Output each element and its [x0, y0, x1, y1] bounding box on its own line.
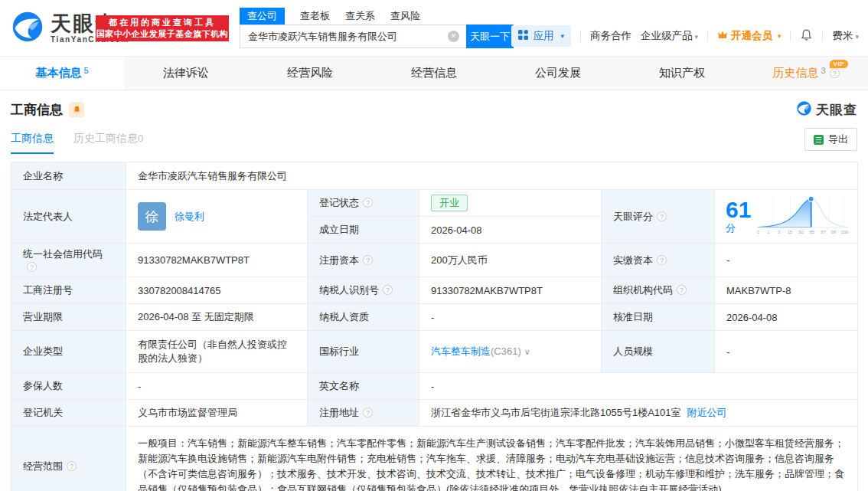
staff-size-value: -	[715, 331, 858, 373]
help-icon[interactable]	[363, 255, 373, 265]
help-icon[interactable]	[27, 262, 37, 272]
business-scope-value: 一般项目：汽车销售；新能源汽车整车销售；汽车零配件零售；新能源汽车生产测试设备销…	[126, 427, 858, 491]
english-name-value: -	[419, 373, 858, 400]
vip-badge: VIP	[830, 60, 848, 68]
tab-legal-proceedings[interactable]: 法律诉讼	[124, 57, 248, 90]
tab-count: 5	[83, 66, 88, 75]
reg-number-label: 工商注册号	[11, 277, 126, 304]
clear-icon[interactable]	[448, 31, 459, 42]
registry-value: 义乌市市场监督管理局	[126, 400, 308, 427]
search-tab-company[interactable]: 查公司	[240, 8, 285, 25]
svg-text:1: 1	[768, 230, 770, 234]
excel-icon	[814, 135, 824, 145]
open-vip[interactable]: 开通会员	[717, 29, 782, 43]
company-name-label: 企业名称	[11, 162, 126, 190]
establish-date-label: 成立日期	[308, 217, 419, 244]
business-term-value: 2026-04-08 至 无固定期限	[126, 304, 308, 331]
subtab-business-info[interactable]: 工商信息	[11, 132, 54, 154]
crown-icon	[717, 30, 728, 42]
legal-rep-link[interactable]: 徐曼利	[175, 210, 204, 224]
english-name-label: 英文名称	[308, 373, 419, 400]
reg-number-value: 330782008414765	[126, 277, 308, 304]
search-tab-boss[interactable]: 查老板	[300, 9, 330, 23]
vip-label: 开通会员	[731, 29, 772, 43]
legal-rep-label: 法定代表人	[11, 190, 126, 244]
tab-history-info[interactable]: VIP 历史信息 3	[744, 57, 868, 90]
divider	[822, 31, 823, 41]
monitor-bell-icon[interactable]	[69, 102, 84, 117]
address-label: 注册地址	[308, 400, 419, 427]
establish-date-value: 2026-04-08	[419, 217, 602, 244]
watermark-text: 天眼查	[816, 101, 857, 119]
nav-cooperation[interactable]: 商务合作	[590, 29, 631, 43]
search-tab-relation[interactable]: 查关系	[345, 9, 375, 23]
svg-text:50: 50	[798, 230, 803, 234]
content-area: 工商信息 天眼查 工商信息	[0, 100, 868, 491]
tab-basic-info[interactable]: 基本信息 5	[0, 57, 124, 90]
tab-operating-risk[interactable]: 经营风险	[248, 57, 372, 90]
org-code-value: MAKB7WTP-8	[715, 277, 858, 304]
slogan-line2: 国家中小企业发展子基金旗下机构	[96, 28, 229, 40]
apps-label: 应用	[533, 29, 553, 43]
score-label: 天眼评分	[602, 190, 715, 244]
avatar[interactable]: 徐	[138, 202, 166, 231]
notification-bell-icon[interactable]	[800, 28, 813, 44]
score-value: 61	[726, 197, 751, 222]
main-tab-bar: 基本信息 5 法律诉讼 经营风险 经营信息 公司发展 知识产权 VIP 历史信息…	[0, 57, 868, 90]
search-input[interactable]	[240, 25, 466, 48]
company-name-value: 金华市凌跃汽车销售服务有限公司	[126, 162, 858, 190]
reg-capital-value: 200万人民币	[419, 244, 602, 277]
tab-intellectual-property[interactable]: 知识产权	[620, 57, 744, 90]
company-type-value: 有限责任公司（非自然人投资或控股的法人独资）	[126, 331, 308, 373]
insured-label: 参保人数	[11, 373, 126, 400]
help-icon[interactable]	[657, 255, 667, 265]
svg-text:0: 0	[757, 230, 759, 234]
status-badge: 开业	[431, 195, 468, 211]
org-code-label: 组织机构代码	[602, 277, 715, 304]
tianyancha-wave-icon	[11, 10, 44, 46]
paid-capital-label: 实缴资本	[602, 244, 715, 277]
slogan-line1: 都在用的商业查询工具	[96, 17, 229, 28]
registry-label: 登记机关	[11, 400, 126, 427]
divider	[707, 31, 708, 41]
svg-text:85: 85	[810, 230, 814, 234]
help-icon[interactable]	[67, 461, 77, 471]
slogan-banner: 都在用的商业查询工具 国家中小企业发展子基金旗下机构	[96, 15, 229, 41]
help-icon[interactable]	[383, 285, 393, 295]
section-title: 工商信息	[11, 101, 63, 119]
header-nav: 应用 商务合作 企业级产品 开通会员 费米	[511, 25, 859, 47]
user-menu[interactable]: 费米	[832, 29, 859, 43]
help-icon[interactable]	[363, 408, 373, 417]
nav-enterprise[interactable]: 企业级产品	[641, 29, 698, 43]
industry-link[interactable]: 汽车整车制造	[431, 345, 491, 357]
help-icon[interactable]	[677, 285, 687, 295]
score-cell: 61分	[715, 190, 858, 244]
tab-company-development[interactable]: 公司发展	[496, 57, 620, 90]
credit-code-label: 统一社会信用代码	[11, 244, 126, 277]
svg-text:100: 100	[840, 230, 848, 234]
search-button[interactable]: 天眼一下	[466, 25, 514, 48]
nearby-companies-link[interactable]: 附近公司	[687, 407, 727, 418]
score-unit: 分	[726, 222, 736, 234]
help-icon[interactable]	[363, 198, 373, 208]
chevron-down-icon[interactable]: ∨	[524, 347, 530, 356]
svg-text:15: 15	[788, 230, 792, 234]
help-icon[interactable]	[830, 68, 840, 78]
industry-cell: 汽车整车制造(C361)∨	[419, 331, 602, 373]
legal-rep-cell: 徐 徐曼利	[126, 190, 308, 244]
export-button[interactable]: 导出	[804, 128, 857, 151]
company-type-label: 企业类型	[11, 331, 126, 373]
help-icon[interactable]	[657, 211, 667, 221]
apps-menu[interactable]: 应用	[511, 25, 571, 47]
address-value: 浙江省金华市义乌市后宅街道宗泽北路1055号1楼A101室	[431, 407, 681, 418]
business-term-label: 营业期限	[11, 304, 126, 331]
approval-date-value: 2026-04-08	[715, 304, 858, 331]
search-tab-risk[interactable]: 查风险	[390, 9, 420, 23]
taxpayer-quality-label: 纳税人资质	[308, 304, 419, 331]
top-bar: 天眼查 TianYanCha.com 都在用的商业查询工具 国家中小企业发展子基…	[0, 0, 868, 57]
subtab-history-business-info[interactable]: 历史工商信息0	[73, 132, 143, 154]
tab-operating-info[interactable]: 经营信息	[372, 57, 496, 90]
paid-capital-value: -	[715, 244, 858, 277]
staff-size-label: 人员规模	[602, 331, 715, 373]
credit-code-value: 91330782MAKB7WTP8T	[126, 244, 308, 277]
